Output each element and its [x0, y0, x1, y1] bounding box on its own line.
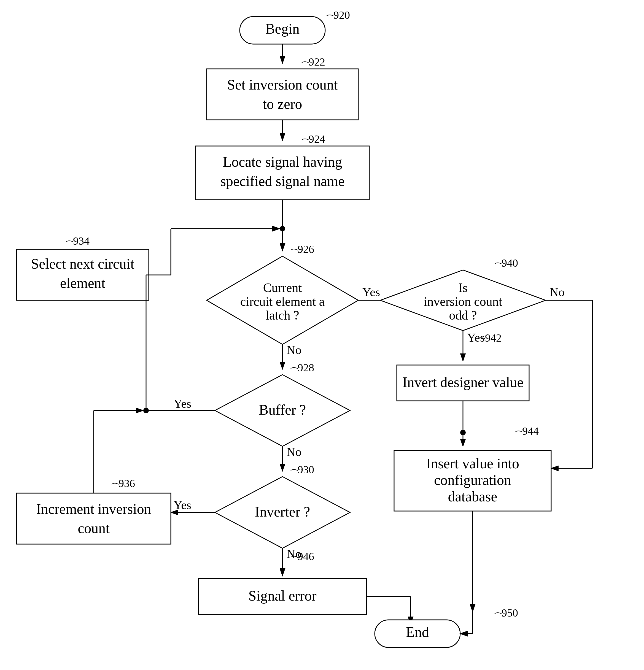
- ref-924: 924: [308, 133, 325, 145]
- latch-label-2: circuit element a: [240, 295, 325, 309]
- inverter-label: Inverter ?: [255, 504, 310, 520]
- buffer-label: Buffer ?: [259, 402, 306, 418]
- ref-926: 926: [298, 243, 314, 255]
- buffer-no-label: No: [287, 445, 301, 459]
- ref-920: 920: [333, 9, 350, 21]
- signal-error-label: Signal error: [249, 588, 317, 604]
- buffer-yes-label: Yes: [174, 397, 191, 411]
- ref-940: 940: [501, 257, 518, 269]
- set-inversion-label-2: to zero: [263, 96, 302, 112]
- ref-928: 928: [298, 361, 314, 374]
- insert-value-label-2: configuration: [434, 472, 511, 488]
- odd-label-3: odd ?: [449, 308, 477, 322]
- insert-value-label-3: database: [448, 489, 497, 505]
- set-inversion-node: [207, 69, 358, 120]
- ref-942: 942: [485, 332, 501, 344]
- insert-value-label-1: Insert value into: [426, 456, 519, 471]
- select-next-label-1: Select next circuit: [31, 256, 134, 272]
- inverter-yes-label: Yes: [174, 498, 191, 512]
- locate-signal-label-2: specified signal name: [221, 173, 345, 189]
- flowchart: Begin 920 922 Set inversion count to zer…: [0, 0, 644, 670]
- increment-label-2: count: [78, 520, 110, 536]
- ref-946: 946: [298, 550, 314, 563]
- ref-930: 930: [298, 464, 314, 476]
- latch-label-3: latch ?: [266, 308, 299, 322]
- latch-no-label: No: [287, 343, 301, 357]
- end-label: End: [406, 624, 429, 640]
- latch-yes-label: Yes: [363, 285, 380, 299]
- odd-label-2: inversion count: [424, 295, 502, 309]
- latch-label-1: Current: [263, 281, 302, 295]
- begin-label: Begin: [265, 21, 300, 37]
- odd-no-label: No: [550, 285, 565, 299]
- increment-node: [16, 493, 171, 544]
- increment-label-1: Increment inversion: [36, 501, 151, 517]
- ref-944: 944: [522, 425, 539, 437]
- invert-designer-label: Invert designer value: [403, 374, 524, 390]
- locate-signal-label-1: Locate signal having: [223, 154, 342, 170]
- ref-950: 950: [501, 607, 518, 619]
- odd-label-1: Is: [458, 281, 468, 295]
- ref-922: 922: [308, 56, 325, 68]
- ref-936: 936: [118, 477, 135, 490]
- ref-934: 934: [73, 235, 90, 247]
- select-next-label-2: element: [60, 275, 106, 291]
- set-inversion-label-1: Set inversion count: [227, 77, 338, 93]
